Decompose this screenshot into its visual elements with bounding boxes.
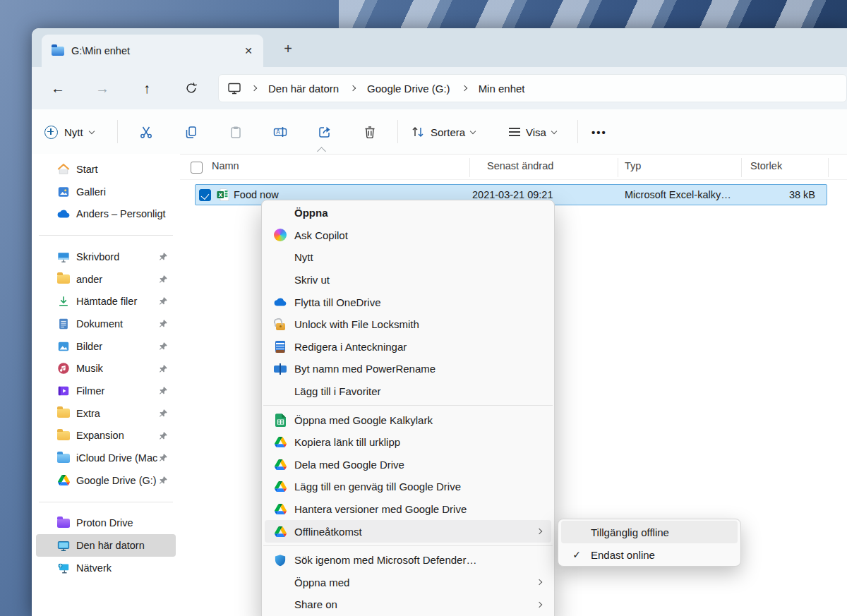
- tab-title: G:\Min enhet: [71, 45, 130, 56]
- submenu-item-endast-online[interactable]: ✓ Endast online: [561, 543, 738, 566]
- menu-item-kopiera-lank[interactable]: Kopiera länk till urklipp: [265, 431, 551, 454]
- column-header-typ[interactable]: Typ: [625, 160, 641, 171]
- toolbar-separator: [397, 120, 398, 143]
- menu-item-redigera-anteckningar[interactable]: Redigera i Anteckningar: [265, 336, 551, 358]
- menu-item-share-on[interactable]: Share on: [265, 593, 551, 616]
- delete-button[interactable]: [360, 122, 380, 142]
- address-bar[interactable]: Den här datorn Google Drive (G:) Min enh…: [218, 74, 847, 102]
- google-sheets-icon: [272, 412, 289, 428]
- sidebar-item-skrivbord[interactable]: Skrivbord: [36, 246, 176, 268]
- pin-icon[interactable]: [159, 274, 168, 284]
- sidebar-item-natverk[interactable]: Nätverk: [36, 557, 176, 579]
- file-modified-date: 2021-03-21 09:21: [472, 189, 553, 200]
- submenu-item-tillganglig-offline[interactable]: Tillgänglig offline: [561, 521, 738, 543]
- sidebar-item-hamtade-filer[interactable]: Hämtade filer: [36, 290, 176, 313]
- blank-icon-slot: [272, 205, 289, 221]
- context-menu: Öppna Ask Copilot Nytt Skriv ut Flytta t…: [261, 200, 555, 616]
- cut-button[interactable]: [136, 122, 156, 142]
- forward-button[interactable]: →: [90, 76, 114, 100]
- paste-button[interactable]: [226, 122, 246, 142]
- menu-item-skriv-ut[interactable]: Skriv ut: [265, 269, 551, 291]
- sort-button[interactable]: Sortera: [411, 119, 475, 145]
- pin-icon[interactable]: [159, 319, 168, 328]
- sidebar-item-onedrive-personal[interactable]: Anders – Personligt: [36, 203, 176, 225]
- sidebar-item-this-pc[interactable]: Den här datorn: [36, 534, 176, 557]
- column-separator[interactable]: [741, 158, 742, 177]
- menu-item-powerrename[interactable]: Byt namn med PowerRename: [265, 358, 551, 380]
- tab-close-icon[interactable]: ✕: [239, 42, 258, 60]
- pin-icon[interactable]: [159, 386, 168, 395]
- plus-icon: [44, 126, 58, 139]
- pin-icon[interactable]: [159, 296, 168, 306]
- select-all-checkbox[interactable]: [191, 162, 203, 174]
- column-header-senast-andrad[interactable]: Senast ändrad: [487, 160, 553, 171]
- menu-item-genvag-google-drive[interactable]: Lägg till en genväg till Google Drive: [265, 476, 551, 498]
- menu-item-oppna-google-kalkylark[interactable]: Öppna med Google Kalkylark: [265, 409, 551, 431]
- onedrive-cloud-icon: [272, 294, 289, 310]
- breadcrumb-google-drive[interactable]: Google Drive (G:): [363, 80, 455, 97]
- explorer-tab[interactable]: G:\Min enhet ✕: [42, 35, 263, 67]
- pin-icon[interactable]: [159, 364, 168, 373]
- new-button-label: Nytt: [64, 126, 83, 138]
- tab-bar: G:\Min enhet ✕ +: [32, 28, 847, 67]
- menu-item-defender-scan[interactable]: Sök igenom med Microsoft Defender…: [265, 549, 551, 572]
- menu-item-hantera-versioner[interactable]: Hantera versioner med Google Drive: [265, 498, 551, 521]
- pin-icon[interactable]: [159, 342, 168, 351]
- sidebar-item-extra[interactable]: Extra: [36, 402, 176, 425]
- breadcrumb-this-pc[interactable]: Den här datorn: [264, 80, 343, 97]
- row-checkbox-checked[interactable]: [199, 189, 211, 201]
- menu-item-nytt[interactable]: Nytt: [265, 246, 551, 269]
- menu-item-oppna[interactable]: Öppna: [265, 202, 551, 224]
- pin-icon[interactable]: [159, 476, 168, 485]
- sidebar-item-icloud-drive[interactable]: iCloud Drive (Mac: [36, 447, 176, 469]
- pin-icon[interactable]: [159, 453, 168, 462]
- menu-item-flytta-till-onedrive[interactable]: Flytta till OneDrive: [265, 291, 551, 313]
- navigation-bar: ← → ↑ Den här datorn Google Drive (G:) M…: [32, 67, 847, 109]
- sidebar-item-start[interactable]: Start: [36, 158, 176, 181]
- menu-item-oppna-med[interactable]: Öppna med: [265, 572, 551, 594]
- checkmark-icon: ✓: [568, 549, 585, 560]
- back-button[interactable]: ←: [46, 76, 70, 100]
- sidebar-item-dokument[interactable]: Dokument: [36, 313, 176, 335]
- sidebar-item-proton-drive[interactable]: Proton Drive: [36, 512, 176, 535]
- sidebar-item-google-drive[interactable]: Google Drive (G:): [36, 469, 176, 492]
- new-button[interactable]: Nytt: [44, 119, 94, 145]
- column-separator[interactable]: [828, 158, 829, 177]
- menu-item-lagg-till-favoriter[interactable]: Lägg till i Favoriter: [265, 380, 551, 403]
- rename-button[interactable]: [270, 122, 290, 142]
- sidebar-item-ander[interactable]: ander: [36, 268, 176, 291]
- view-button[interactable]: Visa: [509, 119, 556, 145]
- menu-item-dela-google-drive[interactable]: Dela med Google Drive: [265, 454, 551, 476]
- breadcrumb-chevron-icon: [350, 85, 356, 91]
- videos-icon: [56, 384, 71, 398]
- menu-item-unlock-file-locksmith[interactable]: Unlock with File Locksmith: [265, 313, 551, 336]
- toolbar-separator: [117, 120, 118, 143]
- pin-icon[interactable]: [159, 431, 168, 440]
- more-options-button[interactable]: •••: [591, 119, 607, 145]
- copy-button[interactable]: [181, 122, 201, 142]
- share-button[interactable]: [315, 122, 335, 142]
- pictures-icon: [56, 339, 71, 354]
- sidebar-item-musik[interactable]: Musik: [36, 358, 176, 380]
- sidebar-item-bilder[interactable]: Bilder: [36, 335, 176, 358]
- pin-icon[interactable]: [159, 252, 168, 261]
- refresh-button[interactable]: [179, 76, 203, 100]
- column-separator[interactable]: [469, 158, 470, 177]
- menu-item-offlineatkomst[interactable]: Offlineåtkomst: [265, 520, 551, 543]
- sort-icon: [411, 125, 425, 139]
- sidebar-item-filmer[interactable]: Filmer: [36, 380, 176, 402]
- menu-item-ask-copilot[interactable]: Ask Copilot: [265, 224, 551, 247]
- this-pc-icon: [56, 538, 71, 552]
- column-header-namn[interactable]: Namn: [212, 160, 239, 171]
- column-separator[interactable]: [618, 158, 618, 177]
- sidebar-item-galleri[interactable]: Galleri: [36, 181, 176, 203]
- column-header-storlek[interactable]: Storlek: [750, 160, 782, 171]
- blank-icon-slot: [272, 574, 289, 590]
- pin-icon[interactable]: [159, 409, 168, 418]
- breadcrumb-min-enhet[interactable]: Min enhet: [474, 80, 529, 97]
- blank-icon-slot: [272, 384, 289, 399]
- new-tab-button[interactable]: +: [277, 38, 299, 59]
- sidebar-item-expansion[interactable]: Expansion: [36, 425, 176, 447]
- up-button[interactable]: ↑: [135, 76, 159, 100]
- blank-icon-slot: [272, 597, 289, 612]
